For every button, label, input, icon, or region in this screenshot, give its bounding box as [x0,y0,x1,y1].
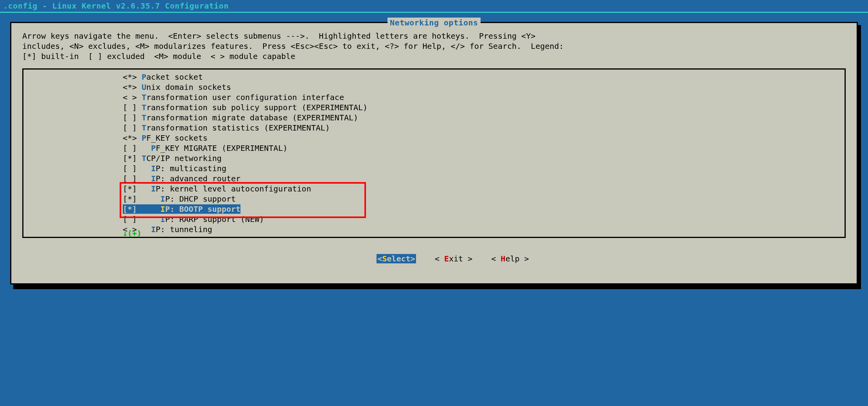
menu-item[interactable]: [ ] IP: advanced router [123,173,845,184]
panel: Networking options Arrow keys navigate t… [11,23,857,283]
menu-item-label: P: tunneling [156,225,212,234]
hotkey: I [151,184,156,193]
menu-item-label: ransformation statistics (EXPERIMENTAL) [146,123,330,132]
hotkey: T [142,103,146,112]
hotkey: T [142,113,146,122]
menu-item-label: ransformation user configuration interfa… [146,93,344,102]
menu-item[interactable]: <*> PF_KEY sockets [123,133,845,143]
menu-item-label: F_KEY MIGRATE (EXPERIMENTAL) [156,143,287,153]
hotkey: I [151,225,156,234]
menu-item[interactable]: [ ] IP: RARP support (NEW) [123,214,845,224]
hotkey: T [142,93,146,102]
menu-item-label: P: RARP support (NEW) [165,215,264,224]
menu-item-label: acket socket [146,72,203,82]
menu-item-label: IP: BOOTP support [142,204,240,214]
menu-item[interactable]: [ ] Transformation statistics (EXPERIMEN… [123,123,845,133]
menu-box: <*> Packet socket<*> Unix domain sockets… [22,68,846,238]
menu-item[interactable]: <*> Unix domain sockets [123,82,845,92]
menu-item-label: CP/IP networking [146,154,222,163]
menu-item-label: ransformation sub policy support (EXPERI… [146,103,368,112]
hotkey: I [151,164,156,173]
menu-item[interactable]: [*] TCP/IP networking [123,153,845,163]
menu-item-label: P: DHCP support [165,194,236,204]
more-indicator-icon: ↓(+) [123,228,142,238]
menu-item-label: ransformation migrate database (EXPERIME… [146,113,358,122]
menu-item[interactable]: [*] IP: BOOTP support [123,204,845,214]
button-row: <Select> < Exit > < Help > [22,238,846,279]
menu-item-label: nix domain sockets [146,82,231,92]
menu-item-label: P: kernel level autoconfiguration [156,184,311,193]
hotkey: P [142,72,146,82]
menu-item[interactable]: <*> Packet socket [123,72,845,82]
menu-item[interactable]: < > Transformation user configuration in… [123,92,845,102]
menu-item[interactable]: [ ] Transformation sub policy support (E… [123,102,845,113]
hotkey: P [151,143,156,153]
hotkey: P [142,133,146,143]
window-title: .config - Linux Kernel v2.6.35.7 Configu… [0,0,868,12]
panel-title: Networking options [387,18,481,28]
menu-list[interactable]: <*> Packet socket<*> Unix domain sockets… [23,72,845,234]
hotkey: T [142,123,146,132]
menu-item[interactable]: [*] IP: kernel level autoconfiguration [123,184,845,194]
hotkey: U [142,82,146,92]
hotkey: I [151,174,156,183]
title-underline [0,12,868,13]
select-button[interactable]: <Select> [377,254,416,263]
menu-item-label: P: advanced router [156,174,240,183]
help-text: Arrow keys navigate the menu. <Enter> se… [22,23,846,61]
menu-item[interactable]: [ ] IP: multicasting [123,163,845,173]
dialog: Networking options Arrow keys navigate t… [10,22,858,284]
menu-item[interactable]: [*] IP: DHCP support [123,194,845,204]
exit-button[interactable]: < Exit > [435,254,472,263]
menu-item-label: F_KEY sockets [146,133,208,143]
screen: .config - Linux Kernel v2.6.35.7 Configu… [0,0,868,406]
menu-item-label: P: multicasting [156,164,226,173]
menu-item[interactable]: [ ] Transformation migrate database (EXP… [123,113,845,123]
menu-item[interactable]: [ ] PF_KEY MIGRATE (EXPERIMENTAL) [123,143,845,153]
menu-item[interactable]: < > IP: tunneling [123,224,845,234]
hotkey: T [142,154,146,163]
help-button[interactable]: < Help > [491,254,529,263]
hotkey: I [160,194,165,204]
hotkey: I [160,215,165,224]
